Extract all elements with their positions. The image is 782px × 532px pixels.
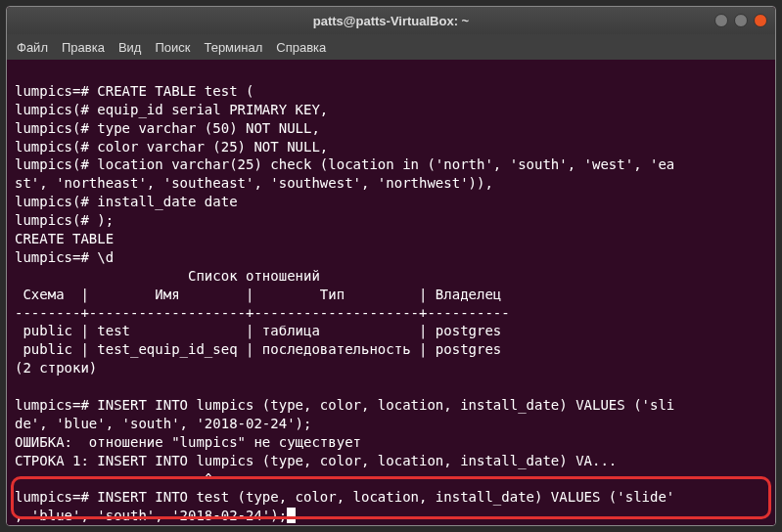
menu-view[interactable]: Вид (118, 40, 142, 55)
terminal-line: ОШИБКА: отношение "lumpics" не существуе… (15, 434, 361, 450)
terminal-line: lumpics(# equip_id serial PRIMARY KEY, (15, 102, 328, 117)
terminal-line: lumpics(# location varchar(25) check (lo… (15, 156, 674, 172)
terminal-line: ^ (15, 471, 212, 487)
menubar: Файл Правка Вид Поиск Терминал Справка (7, 34, 775, 60)
terminal-line: st', 'northeast', 'southeast', 'southwes… (15, 175, 493, 191)
terminal-line: lumpics(# type varchar (50) NOT NULL, (15, 120, 320, 136)
menu-file[interactable]: Файл (17, 40, 48, 55)
terminal-line: Список отношений (15, 268, 320, 284)
menu-terminal[interactable]: Терминал (204, 40, 262, 55)
terminal-line: lumpics=# INSERT INTO lumpics (type, col… (15, 397, 674, 413)
terminal-line: , 'blue', 'south', '2018-02-24'); (15, 508, 287, 523)
menu-help[interactable]: Справка (276, 40, 326, 55)
terminal-line: lumpics=# CREATE TABLE test ( (15, 83, 253, 99)
terminal-window: patts@patts-VirtualBox: ~ Файл Правка Ви… (6, 6, 776, 526)
terminal-line: lumpics=# \d (15, 249, 114, 265)
terminal-line: Схема | Имя | Тип | Владелец (15, 287, 510, 302)
terminal-line: (2 строки) (15, 360, 97, 376)
terminal-line: --------+-------------------+-----------… (15, 305, 510, 321)
menu-search[interactable]: Поиск (155, 40, 190, 55)
minimize-button[interactable] (714, 14, 728, 27)
terminal-line: lumpics(# install_date date (15, 194, 238, 209)
terminal-line: CREATE TABLE (15, 231, 114, 246)
terminal-area[interactable]: lumpics=# CREATE TABLE test ( lumpics(# … (7, 60, 775, 525)
terminal-line: de', 'blue', 'south', '2018-02-24'); (15, 416, 311, 431)
terminal-line: lumpics=# INSERT INTO test (type, color,… (15, 489, 674, 505)
terminal-line: public | test | таблица | postgres (15, 323, 501, 338)
terminal-line: lumpics(# color varchar (25) NOT NULL, (15, 139, 328, 155)
window-title: patts@patts-VirtualBox: ~ (313, 14, 469, 28)
titlebar: patts@patts-VirtualBox: ~ (7, 7, 775, 34)
cursor-icon (287, 508, 296, 523)
terminal-line: lumpics(# ); (15, 212, 114, 228)
terminal-line: СТРОКА 1: INSERT INTO lumpics (type, col… (15, 453, 617, 468)
terminal-line: public | test_equip_id_seq | последовате… (15, 341, 501, 357)
menu-edit[interactable]: Правка (62, 40, 105, 55)
maximize-button[interactable] (734, 14, 748, 27)
close-button[interactable] (754, 14, 767, 27)
window-controls (714, 14, 767, 27)
